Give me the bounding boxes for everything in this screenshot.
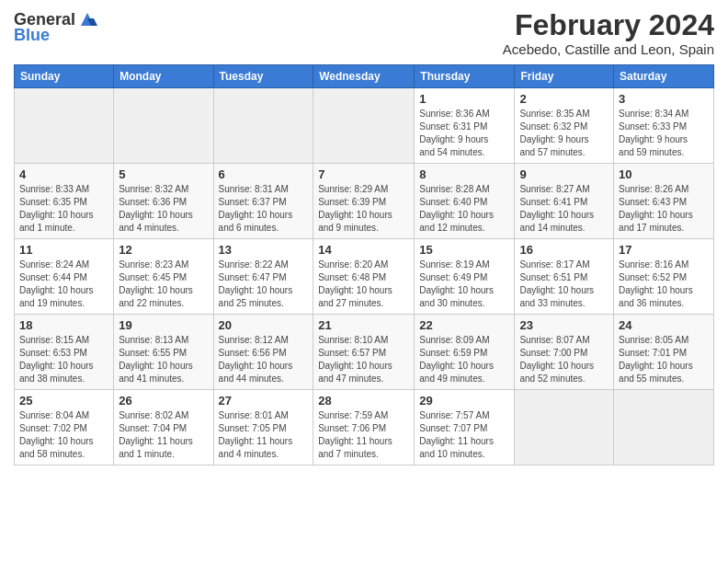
day-number: 7 bbox=[318, 167, 409, 181]
table-row: 24Sunrise: 8:05 AM Sunset: 7:01 PM Dayli… bbox=[614, 315, 714, 390]
title-area: February 2024 Acebedo, Castille and Leon… bbox=[503, 9, 714, 57]
table-row: 18Sunrise: 8:15 AM Sunset: 6:53 PM Dayli… bbox=[15, 315, 114, 390]
day-number: 21 bbox=[318, 318, 409, 332]
table-row: 1Sunrise: 8:36 AM Sunset: 6:31 PM Daylig… bbox=[415, 88, 515, 164]
calendar-header-row: Sunday Monday Tuesday Wednesday Thursday… bbox=[15, 65, 714, 88]
day-number: 23 bbox=[519, 318, 609, 332]
table-row: 12Sunrise: 8:23 AM Sunset: 6:45 PM Dayli… bbox=[114, 239, 213, 315]
header-sunday: Sunday bbox=[15, 65, 114, 88]
day-number: 24 bbox=[619, 318, 709, 332]
day-number: 15 bbox=[419, 243, 509, 257]
header-friday: Friday bbox=[515, 65, 614, 88]
table-row: 19Sunrise: 8:13 AM Sunset: 6:55 PM Dayli… bbox=[114, 315, 213, 390]
day-number: 5 bbox=[119, 167, 208, 181]
day-number: 2 bbox=[519, 92, 609, 106]
day-info: Sunrise: 8:13 AM Sunset: 6:55 PM Dayligh… bbox=[119, 334, 208, 385]
table-row: 2Sunrise: 8:35 AM Sunset: 6:32 PM Daylig… bbox=[515, 88, 614, 164]
day-number: 6 bbox=[219, 167, 309, 181]
day-number: 11 bbox=[19, 243, 108, 257]
day-number: 8 bbox=[419, 167, 509, 181]
day-info: Sunrise: 8:23 AM Sunset: 6:45 PM Dayligh… bbox=[119, 259, 208, 310]
day-info: Sunrise: 8:33 AM Sunset: 6:35 PM Dayligh… bbox=[19, 183, 108, 235]
day-number: 25 bbox=[19, 394, 108, 408]
table-row: 26Sunrise: 8:02 AM Sunset: 7:04 PM Dayli… bbox=[114, 390, 213, 465]
day-info: Sunrise: 8:29 AM Sunset: 6:39 PM Dayligh… bbox=[318, 183, 409, 235]
header-tuesday: Tuesday bbox=[213, 65, 313, 88]
day-info: Sunrise: 8:01 AM Sunset: 7:05 PM Dayligh… bbox=[219, 409, 309, 461]
day-info: Sunrise: 8:24 AM Sunset: 6:44 PM Dayligh… bbox=[19, 259, 108, 310]
day-number: 20 bbox=[219, 318, 309, 332]
day-number: 28 bbox=[318, 394, 409, 408]
day-info: Sunrise: 8:07 AM Sunset: 7:00 PM Dayligh… bbox=[519, 334, 609, 385]
day-number: 19 bbox=[119, 318, 208, 332]
day-info: Sunrise: 8:05 AM Sunset: 7:01 PM Dayligh… bbox=[619, 334, 709, 385]
table-row bbox=[15, 88, 114, 164]
table-row: 15Sunrise: 8:19 AM Sunset: 6:49 PM Dayli… bbox=[415, 239, 515, 315]
table-row: 25Sunrise: 8:04 AM Sunset: 7:02 PM Dayli… bbox=[15, 390, 114, 465]
table-row bbox=[515, 390, 614, 465]
header-thursday: Thursday bbox=[415, 65, 515, 88]
table-row: 28Sunrise: 7:59 AM Sunset: 7:06 PM Dayli… bbox=[313, 390, 415, 465]
table-row: 8Sunrise: 8:28 AM Sunset: 6:40 PM Daylig… bbox=[415, 164, 515, 239]
header-monday: Monday bbox=[114, 65, 213, 88]
table-row: 16Sunrise: 8:17 AM Sunset: 6:51 PM Dayli… bbox=[515, 239, 614, 315]
table-row: 7Sunrise: 8:29 AM Sunset: 6:39 PM Daylig… bbox=[313, 164, 415, 239]
calendar-week-row: 1Sunrise: 8:36 AM Sunset: 6:31 PM Daylig… bbox=[15, 88, 714, 164]
table-row bbox=[114, 88, 213, 164]
page: General Blue February 2024 Acebedo, Cast… bbox=[0, 0, 728, 563]
day-info: Sunrise: 8:28 AM Sunset: 6:40 PM Dayligh… bbox=[419, 183, 509, 235]
table-row: 23Sunrise: 8:07 AM Sunset: 7:00 PM Dayli… bbox=[515, 315, 614, 390]
day-info: Sunrise: 8:10 AM Sunset: 6:57 PM Dayligh… bbox=[318, 334, 409, 385]
table-row bbox=[614, 390, 714, 465]
location-subtitle: Acebedo, Castille and Leon, Spain bbox=[503, 41, 714, 57]
day-info: Sunrise: 8:16 AM Sunset: 6:52 PM Dayligh… bbox=[619, 259, 709, 310]
day-info: Sunrise: 8:19 AM Sunset: 6:49 PM Dayligh… bbox=[419, 259, 509, 310]
day-info: Sunrise: 7:57 AM Sunset: 7:07 PM Dayligh… bbox=[419, 409, 509, 461]
day-number: 3 bbox=[619, 92, 709, 106]
day-info: Sunrise: 8:17 AM Sunset: 6:51 PM Dayligh… bbox=[519, 259, 609, 310]
day-number: 26 bbox=[119, 394, 208, 408]
logo-icon bbox=[77, 9, 97, 29]
day-info: Sunrise: 8:12 AM Sunset: 6:56 PM Dayligh… bbox=[219, 334, 309, 385]
calendar-week-row: 18Sunrise: 8:15 AM Sunset: 6:53 PM Dayli… bbox=[15, 315, 714, 390]
logo: General Blue bbox=[14, 9, 97, 45]
table-row bbox=[313, 88, 415, 164]
table-row: 10Sunrise: 8:26 AM Sunset: 6:43 PM Dayli… bbox=[614, 164, 714, 239]
calendar: Sunday Monday Tuesday Wednesday Thursday… bbox=[14, 64, 714, 465]
table-row: 3Sunrise: 8:34 AM Sunset: 6:33 PM Daylig… bbox=[614, 88, 714, 164]
main-title: February 2024 bbox=[503, 9, 714, 41]
header-area: General Blue February 2024 Acebedo, Cast… bbox=[14, 9, 714, 57]
day-number: 14 bbox=[318, 243, 409, 257]
calendar-week-row: 25Sunrise: 8:04 AM Sunset: 7:02 PM Dayli… bbox=[15, 390, 714, 465]
day-number: 4 bbox=[19, 167, 108, 181]
day-number: 27 bbox=[219, 394, 309, 408]
table-row bbox=[213, 88, 313, 164]
day-info: Sunrise: 8:32 AM Sunset: 6:36 PM Dayligh… bbox=[119, 183, 208, 235]
table-row: 27Sunrise: 8:01 AM Sunset: 7:05 PM Dayli… bbox=[213, 390, 313, 465]
day-number: 10 bbox=[619, 167, 709, 181]
day-number: 9 bbox=[519, 167, 609, 181]
table-row: 20Sunrise: 8:12 AM Sunset: 6:56 PM Dayli… bbox=[213, 315, 313, 390]
header-wednesday: Wednesday bbox=[313, 65, 415, 88]
day-info: Sunrise: 8:02 AM Sunset: 7:04 PM Dayligh… bbox=[119, 409, 208, 461]
table-row: 11Sunrise: 8:24 AM Sunset: 6:44 PM Dayli… bbox=[15, 239, 114, 315]
day-info: Sunrise: 8:27 AM Sunset: 6:41 PM Dayligh… bbox=[519, 183, 609, 235]
day-number: 22 bbox=[419, 318, 509, 332]
header-saturday: Saturday bbox=[614, 65, 714, 88]
table-row: 17Sunrise: 8:16 AM Sunset: 6:52 PM Dayli… bbox=[614, 239, 714, 315]
day-info: Sunrise: 8:09 AM Sunset: 6:59 PM Dayligh… bbox=[419, 334, 509, 385]
day-number: 12 bbox=[119, 243, 208, 257]
table-row: 21Sunrise: 8:10 AM Sunset: 6:57 PM Dayli… bbox=[313, 315, 415, 390]
table-row: 14Sunrise: 8:20 AM Sunset: 6:48 PM Dayli… bbox=[313, 239, 415, 315]
table-row: 9Sunrise: 8:27 AM Sunset: 6:41 PM Daylig… bbox=[515, 164, 614, 239]
table-row: 5Sunrise: 8:32 AM Sunset: 6:36 PM Daylig… bbox=[114, 164, 213, 239]
day-number: 29 bbox=[419, 394, 509, 408]
table-row: 13Sunrise: 8:22 AM Sunset: 6:47 PM Dayli… bbox=[213, 239, 313, 315]
day-info: Sunrise: 8:20 AM Sunset: 6:48 PM Dayligh… bbox=[318, 259, 409, 310]
day-info: Sunrise: 8:35 AM Sunset: 6:32 PM Dayligh… bbox=[519, 108, 609, 159]
day-info: Sunrise: 8:34 AM Sunset: 6:33 PM Dayligh… bbox=[619, 108, 709, 159]
day-number: 1 bbox=[419, 92, 509, 106]
calendar-week-row: 4Sunrise: 8:33 AM Sunset: 6:35 PM Daylig… bbox=[15, 164, 714, 239]
day-number: 16 bbox=[519, 243, 609, 257]
day-info: Sunrise: 8:31 AM Sunset: 6:37 PM Dayligh… bbox=[219, 183, 309, 235]
